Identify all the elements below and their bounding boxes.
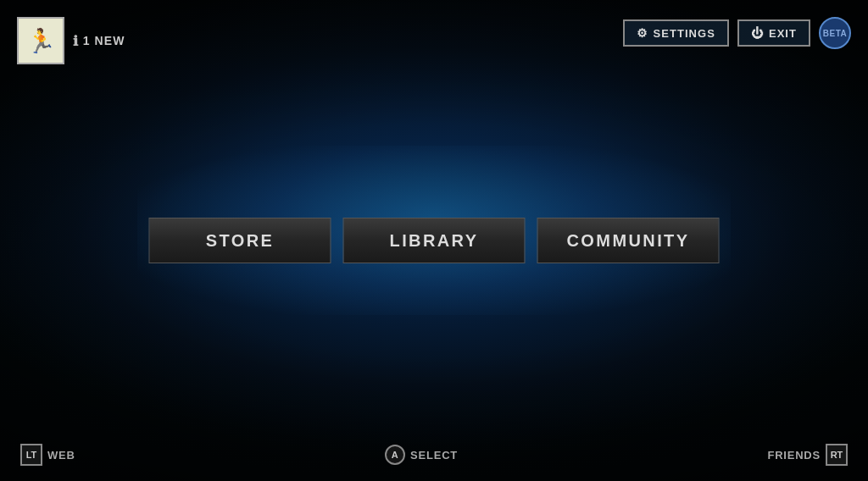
a-button: A bbox=[385, 445, 405, 465]
beta-badge: BETA bbox=[819, 17, 851, 49]
exit-button[interactable]: ⏻ EXIT bbox=[737, 19, 810, 47]
web-label: WEB bbox=[47, 449, 75, 462]
select-label: SELECT bbox=[410, 449, 458, 462]
web-hint: LT WEB bbox=[20, 444, 75, 466]
library-label: LIBRARY bbox=[390, 231, 479, 251]
exit-label: EXIT bbox=[769, 27, 797, 40]
rt-button: RT bbox=[826, 444, 848, 466]
notification-icon: ℹ bbox=[73, 33, 79, 49]
friends-label: FRIENDS bbox=[767, 449, 821, 462]
settings-label: SETTINGS bbox=[654, 27, 715, 40]
top-right-area: ⚙ SETTINGS ⏻ EXIT BETA bbox=[623, 17, 851, 49]
store-button[interactable]: STORE bbox=[149, 218, 331, 263]
avatar: 🏃 bbox=[17, 17, 64, 64]
main-navigation: STORE LIBRARY COMMUNITY bbox=[149, 218, 720, 263]
library-button[interactable]: LIBRARY bbox=[343, 218, 526, 263]
notification-text: 1 NEW bbox=[83, 34, 125, 47]
notification-badge: ℹ 1 NEW bbox=[73, 33, 125, 49]
beta-label: BETA bbox=[823, 29, 847, 38]
avatar-icon: 🏃 bbox=[26, 27, 56, 55]
lt-button: LT bbox=[20, 444, 42, 466]
top-left-area: 🏃 ℹ 1 NEW bbox=[17, 17, 125, 64]
community-button[interactable]: COMMUNITY bbox=[537, 218, 720, 263]
store-label: STORE bbox=[206, 231, 275, 251]
select-hint: A SELECT bbox=[385, 445, 458, 465]
exit-icon: ⏻ bbox=[751, 26, 764, 40]
settings-button[interactable]: ⚙ SETTINGS bbox=[623, 19, 729, 47]
bottom-bar: LT WEB A SELECT FRIENDS RT bbox=[0, 444, 868, 466]
community-label: COMMUNITY bbox=[567, 231, 690, 251]
friends-hint: FRIENDS RT bbox=[767, 444, 848, 466]
settings-icon: ⚙ bbox=[637, 26, 648, 40]
